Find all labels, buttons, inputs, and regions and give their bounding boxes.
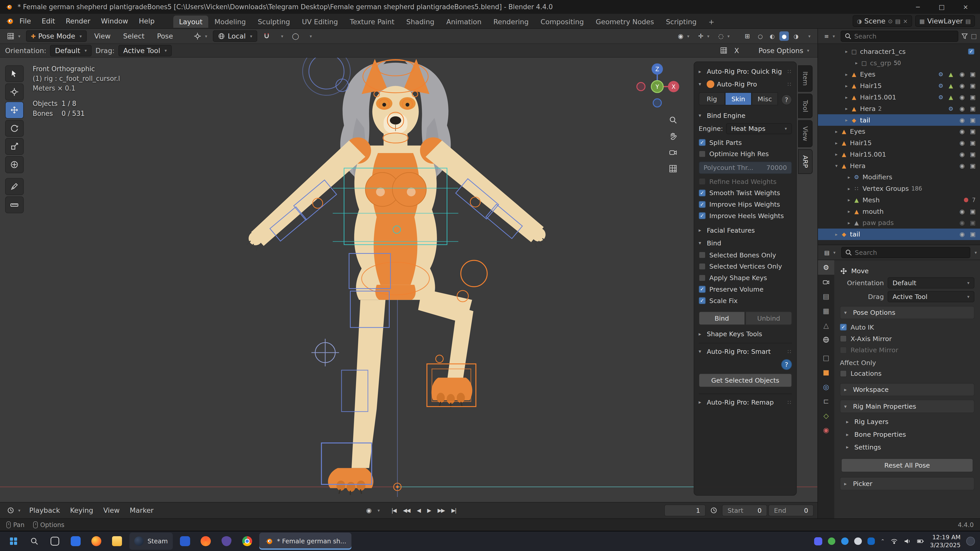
- properties-editor-type-button[interactable]: ▤▾: [821, 248, 838, 257]
- blender-menu-icon[interactable]: [5, 17, 14, 25]
- render-visibility-icon[interactable]: ▣: [967, 139, 978, 146]
- menu-edit[interactable]: Edit: [37, 15, 60, 27]
- blue-app-icon[interactable]: [67, 533, 84, 549]
- menu-file[interactable]: File: [14, 15, 36, 27]
- frame-start-field[interactable]: Start0: [722, 505, 767, 516]
- outliner-row[interactable]: ▸□cs_grp50: [818, 57, 980, 68]
- drag-setting-dropdown[interactable]: Active Tool▾: [118, 45, 172, 56]
- scale-fix-checkbox[interactable]: ✓Scale Fix: [699, 295, 792, 306]
- mirror-axis-icon[interactable]: [717, 46, 730, 56]
- workspace-tab-modeling[interactable]: Modeling: [209, 16, 251, 28]
- outliner-row[interactable]: ▸▲Eyes◉▣: [818, 126, 980, 137]
- scale-tool[interactable]: [5, 138, 24, 155]
- reset-all-pose-button[interactable]: Reset All Pose: [841, 458, 973, 472]
- toggle-ortho-icon[interactable]: [666, 162, 680, 176]
- selected-vertices-only-checkbox[interactable]: Selected Vertices Only: [699, 261, 792, 272]
- scene-properties-tab[interactable]: △: [818, 318, 834, 333]
- shading-solid-button[interactable]: ◐: [767, 32, 777, 41]
- hide-eye-icon[interactable]: ◉: [957, 139, 967, 146]
- overlays-dropdown[interactable]: ◌▾: [715, 31, 733, 41]
- menu-pose[interactable]: Pose: [152, 30, 178, 42]
- physics-properties-tab[interactable]: ◎: [818, 380, 834, 394]
- expander-icon[interactable]: ▸: [843, 72, 850, 77]
- jump-to-end-button[interactable]: ▶|: [449, 506, 459, 515]
- object-properties-tab[interactable]: ■: [818, 365, 834, 380]
- constraints-properties-tab[interactable]: ⊏: [818, 394, 834, 408]
- workspace-tab-sculpting[interactable]: Sculpting: [252, 16, 296, 28]
- properties-search-input[interactable]: [855, 249, 967, 256]
- tray-discord-icon[interactable]: [814, 537, 822, 545]
- menu-select[interactable]: Select: [118, 30, 150, 42]
- gizmos-dropdown[interactable]: ✛▾: [695, 31, 713, 41]
- outliner-row[interactable]: ▸□character1_cs✓: [818, 46, 980, 57]
- current-frame-field[interactable]: 1: [664, 505, 706, 516]
- workspace-tab-scripting[interactable]: Scripting: [660, 16, 702, 28]
- bind-button[interactable]: Bind: [699, 311, 745, 325]
- bind-engine-header[interactable]: ▾ Bind Engine: [699, 109, 792, 122]
- outliner-row[interactable]: ▸▲Hair15.001◉▣: [818, 148, 980, 160]
- hide-eye-icon[interactable]: ◉: [957, 105, 967, 112]
- blender-task-button[interactable]: * Female german sh...: [259, 533, 351, 549]
- expander-icon[interactable]: ▸: [845, 220, 853, 225]
- viewport-canvas[interactable]: Front Orthographic (1) rig : c_foot_roll…: [0, 58, 818, 502]
- x-axis-mirror-checkbox[interactable]: X-Axis Mirror: [840, 333, 974, 345]
- filter-icon[interactable]: [961, 32, 969, 40]
- scene-selector[interactable]: ◑ Scene ⊙ ▤ ×: [853, 15, 912, 27]
- keying-set-dropdown[interactable]: ▾: [378, 508, 380, 513]
- play-reverse-button[interactable]: ◀: [414, 506, 423, 515]
- brave-icon[interactable]: [197, 533, 214, 549]
- new-scene-icon[interactable]: ▤: [895, 18, 900, 24]
- arp-quick-rig-header[interactable]: ▸ Auto-Rig Pro: Quick Rig ∷: [699, 65, 792, 78]
- render-visibility-icon[interactable]: ▣: [967, 230, 978, 238]
- arp-smart-header[interactable]: ▾ Auto-Rig Pro: Smart ∷: [699, 343, 792, 358]
- hide-eye-icon[interactable]: ◉: [957, 117, 967, 124]
- render-visibility-icon[interactable]: ▣: [967, 117, 978, 124]
- drag-prop-dropdown[interactable]: Active Tool▾: [888, 291, 974, 302]
- pin-scene-icon[interactable]: ⊙: [888, 18, 893, 24]
- hide-eye-icon[interactable]: ◉: [957, 71, 967, 78]
- arp-remap-header[interactable]: ▸ Auto-Rig Pro: Remap ∷: [699, 394, 792, 409]
- render-visibility-icon[interactable]: ▣: [967, 219, 978, 226]
- select-box-tool[interactable]: [5, 65, 24, 82]
- sidebar-tab-item[interactable]: Item: [798, 65, 813, 92]
- menu-window[interactable]: Window: [96, 15, 133, 27]
- transform-orientation-dropdown[interactable]: Local▾: [213, 30, 257, 42]
- material-properties-tab[interactable]: ◉: [818, 423, 834, 437]
- orientation-setting-dropdown[interactable]: Default▾: [50, 45, 92, 56]
- expander-icon[interactable]: ▾: [833, 163, 840, 168]
- panel-grip-icon[interactable]: ∷: [788, 81, 792, 87]
- mode-dropdown[interactable]: ✚ Pose Mode▾: [26, 30, 87, 42]
- expander-icon[interactable]: ▸: [843, 118, 850, 123]
- menu-marker[interactable]: Marker: [125, 505, 158, 516]
- panel-grip-icon[interactable]: ∷: [788, 348, 792, 355]
- outliner-row[interactable]: ▸▲Mesh7: [818, 194, 980, 206]
- start-button[interactable]: [5, 533, 22, 549]
- expander-icon[interactable]: ▸: [843, 106, 850, 111]
- add-workspace-button[interactable]: +: [703, 16, 720, 28]
- annotate-tool[interactable]: [5, 178, 24, 195]
- render-visibility-icon[interactable]: ▣: [967, 151, 978, 158]
- taskbar-search-icon[interactable]: [26, 533, 43, 549]
- hide-eye-icon[interactable]: ◉: [957, 208, 967, 215]
- next-keyframe-button[interactable]: ▶▶: [434, 506, 447, 515]
- bind-section-header[interactable]: ▾ Bind: [699, 237, 792, 249]
- tool-properties-tab[interactable]: ⚙: [818, 260, 834, 275]
- preserve-volume-checkbox[interactable]: ✓Preserve Volume: [699, 284, 792, 295]
- expander-icon[interactable]: ▸: [845, 197, 853, 203]
- new-viewlayer-icon[interactable]: ▤: [966, 18, 971, 24]
- arp-smart-help-button[interactable]: ?: [781, 359, 792, 370]
- shading-dropdown[interactable]: ▾: [803, 32, 814, 40]
- outliner-row[interactable]: ▸▲Hair15.001⚙▲◉▣: [818, 92, 980, 103]
- shading-rendered-button[interactable]: ◑: [791, 32, 801, 41]
- steam-task-button[interactable]: Steam: [129, 533, 173, 549]
- minimize-button[interactable]: ─: [908, 0, 928, 14]
- sidebar-tab-arp[interactable]: ARP: [798, 149, 813, 174]
- arp-main-header[interactable]: ▾ Auto-Rig Pro ∷: [699, 78, 792, 91]
- expander-icon[interactable]: ▸: [833, 232, 840, 237]
- cursor-tool[interactable]: [5, 83, 24, 100]
- panel-grip-icon[interactable]: ∷: [788, 399, 792, 406]
- navigation-gizmo[interactable]: Z X Y: [632, 62, 682, 112]
- hide-eye-icon[interactable]: ◉: [957, 151, 967, 158]
- pose-options-panel-header[interactable]: ▾ Pose Options: [840, 306, 974, 319]
- apply-shape-keys-checkbox[interactable]: Apply Shape Keys: [699, 272, 792, 284]
